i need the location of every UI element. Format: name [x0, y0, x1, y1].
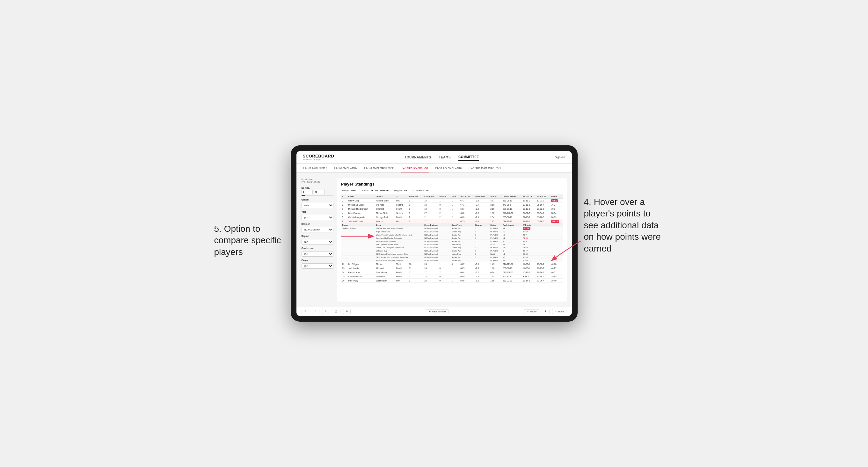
paste-btn[interactable]: 📋: [332, 309, 340, 314]
filter-no-rds-max[interactable]: [314, 190, 325, 194]
watch-icon: 👁: [527, 310, 529, 313]
cell-points[interactable]: 38.49: [550, 279, 563, 283]
cell-reg-rank: 1: [408, 279, 423, 283]
col-wins: Wins: [451, 194, 459, 198]
points-badge-jackson[interactable]: 68.18: [551, 220, 559, 223]
nav-teams[interactable]: TEAMS: [439, 154, 451, 160]
nav-tournaments[interactable]: TOURNAMENTS: [404, 154, 431, 160]
filter-player-select[interactable]: (All): [302, 263, 334, 269]
view-original-btn[interactable]: 👁 View: Original: [426, 309, 448, 314]
cell-points[interactable]: 68.2: [550, 198, 563, 203]
table-row: 1 Wenyi Ding Arizona State First 1 15 1 …: [341, 198, 563, 203]
filter-conference-select[interactable]: (All): [302, 251, 334, 257]
cell-points[interactable]: 76.2: [550, 203, 563, 207]
sign-out-btn[interactable]: Sign out: [555, 156, 565, 159]
event-name-4: Southern Highlands Collegiate: [375, 237, 423, 240]
col-player: Player: [347, 194, 375, 198]
event-div-8: NCAA Division I: [423, 249, 450, 252]
share-btn[interactable]: ↗ Share: [552, 309, 567, 314]
subnav-team-h2h-grid[interactable]: TEAM H2H GRID: [334, 163, 357, 173]
subnav-team-summary[interactable]: TEAM SUMMARY: [303, 163, 328, 173]
cell-avg-par: -2.8: [474, 207, 489, 211]
main-nav: TOURNAMENTS TEAMS COMMITTEE: [404, 154, 479, 161]
filter-year-select[interactable]: (All): [302, 215, 334, 220]
cell-reg-rank: 2: [408, 219, 423, 223]
cell-num: 23: [341, 266, 347, 270]
event-rounds-8: 3: [474, 249, 489, 252]
copy-icon: ⧉: [325, 310, 327, 313]
cell-record: 509-62-11: [501, 266, 522, 270]
header-right: ⋮ Sign out: [549, 156, 565, 159]
cell-vs25: 17-14-2: [522, 279, 536, 283]
filter-region-select[interactable]: N/A: [302, 239, 334, 245]
cell-vs50: 23-22-0: [536, 207, 550, 211]
cell-player: Bastien Amat: [347, 270, 375, 275]
cell-record: 452-96-12: [501, 275, 522, 279]
event-name-7: Fallen Oak Collegiate Invitational: [375, 246, 423, 249]
subnav-player-h2h-heatmap[interactable]: PLAYER H2H HEATMAP: [469, 163, 502, 173]
cell-avg-sg: 2.34: [489, 215, 501, 219]
event-player-8: [341, 249, 375, 252]
wpoints-badge-1[interactable]: 33.64: [523, 227, 530, 230]
event-div-5: NCAA Division I: [423, 240, 450, 243]
undo-btn[interactable]: ↺: [302, 309, 309, 314]
filter-no-rds-min[interactable]: [302, 190, 313, 194]
event-wpoints-3[interactable]: 40.7: [522, 234, 563, 237]
event-player-6: [341, 243, 375, 246]
watch-btn[interactable]: 👁 Watch: [524, 309, 539, 314]
settings-btn[interactable]: ⚙: [343, 309, 351, 314]
cell-vs50: 17-23-0: [536, 198, 550, 203]
points-badge[interactable]: 68.2: [551, 199, 558, 202]
cell-avg-sg: 0.74: [489, 270, 501, 275]
cell-vs25: 29-15-0: [522, 198, 536, 203]
subnav-player-summary[interactable]: PLAYER SUMMARY: [401, 163, 429, 173]
filter-gender: Gender Men: [302, 198, 334, 208]
cell-conf-rank: 15: [423, 198, 438, 203]
subnav-team-h2h-heatmap[interactable]: TEAM H2H HEATMAP: [364, 163, 394, 173]
update-time: Update time: 27/01/2024 16:56:26: [302, 178, 334, 184]
cell-points[interactable]: 40.27: [550, 266, 563, 270]
cell-school: New Mexico: [375, 270, 395, 275]
col-school: School: [375, 194, 395, 198]
filter-region-label: Region: [302, 235, 334, 237]
redo-btn[interactable]: ↻: [312, 309, 319, 314]
subnav-player-h2h-grid[interactable]: PLAYER H2H GRID: [435, 163, 462, 173]
event-rounds-5: 3: [474, 240, 489, 243]
event-player-1: Jackson Kolson: [341, 227, 375, 230]
cell-points[interactable]: 39.95: [550, 275, 563, 279]
event-status-2: PLAYED: [489, 230, 501, 234]
event-div-4: NCAA Division I: [423, 237, 450, 240]
cell-points-jackson[interactable]: 68.18: [550, 219, 563, 223]
event-type-9: Match Play: [451, 252, 474, 256]
cell-points[interactable]: 88.34: [550, 211, 563, 215]
cell-wins: 1: [451, 203, 459, 207]
event-wpoints-1[interactable]: 33.64: [522, 227, 563, 230]
cell-points[interactable]: 70.1: [550, 207, 563, 211]
cell-reg-rank: 11: [408, 266, 423, 270]
copy-btn[interactable]: ⧉: [322, 309, 329, 314]
nav-committee[interactable]: COMMITTEE: [458, 154, 479, 161]
cell-num: 5: [341, 215, 347, 219]
event-wpoints-2[interactable]: 53.60: [522, 230, 563, 234]
brand-sub: Powered by clipp: [303, 158, 334, 161]
brand: SCOREBOARD Powered by clipp: [303, 154, 334, 161]
event-div-10: NCAA Division I: [423, 256, 450, 259]
cell-player: Jack Lundin: [347, 266, 375, 270]
event-row-9: SEC Match Play hosted by Jerry Pate NCAA…: [341, 252, 563, 256]
cell-yr: First: [395, 219, 408, 223]
filter-year-label: Year: [302, 211, 334, 213]
filter-division-label: Division: [302, 223, 334, 225]
filter-no-rds-range: [302, 190, 334, 194]
cell-wins: 1: [451, 270, 459, 275]
cell-adj-score: 67.5: [459, 219, 474, 223]
download-btn[interactable]: ⬇: [542, 309, 550, 314]
cell-points[interactable]: 80.89: [550, 215, 563, 219]
cell-points[interactable]: 40.02: [550, 270, 563, 275]
cell-no-rds: 0: [438, 203, 450, 207]
event-div-11: NCAA Division I: [423, 259, 450, 262]
filter-division-select[interactable]: NCAA Division I: [302, 227, 334, 232]
filter-conference-display: Conference: All: [412, 189, 429, 192]
filter-gender-select[interactable]: Men: [302, 203, 334, 208]
event-col-rounds-header: Rounds: [474, 223, 489, 227]
cell-avg-par: -2.3: [474, 266, 489, 270]
